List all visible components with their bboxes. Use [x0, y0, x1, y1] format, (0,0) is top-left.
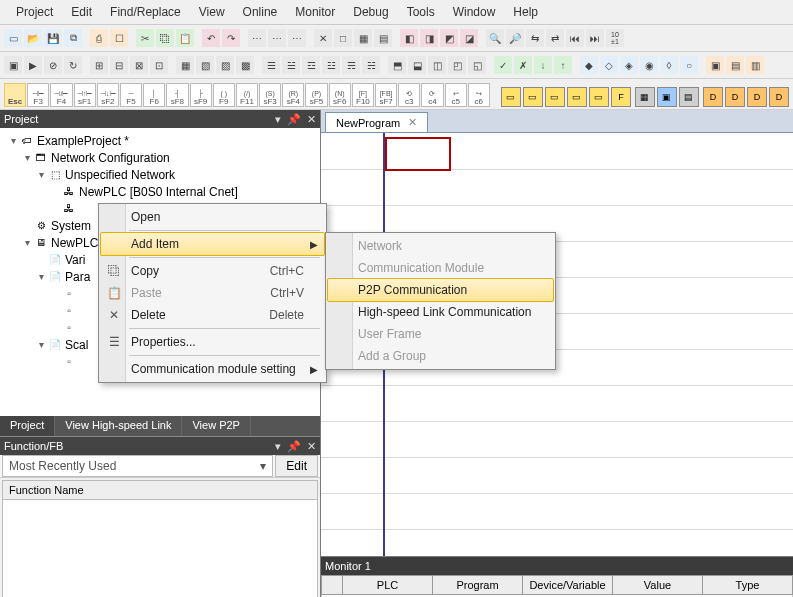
- menu-findreplace[interactable]: Find/Replace: [102, 3, 189, 21]
- fk-sf5[interactable]: (P)sF5: [305, 83, 327, 107]
- fk-c6[interactable]: ↪c6: [468, 83, 490, 107]
- ctx-comm-module-setting[interactable]: Communication module setting ▶: [101, 358, 324, 380]
- tree-root[interactable]: ▾🏷 ExampleProject *: [0, 132, 320, 149]
- fk-sf8[interactable]: ┤sF8: [166, 83, 188, 107]
- close-icon[interactable]: ✕: [408, 116, 417, 129]
- fk-sf2[interactable]: ⊣↓⊢sF2: [97, 83, 119, 107]
- view-btn[interactable]: ▦: [635, 87, 655, 107]
- ctx-add-user-frame[interactable]: User Frame: [328, 323, 553, 345]
- pin-icon[interactable]: 📌: [287, 113, 301, 126]
- tool-icon[interactable]: ☳: [322, 56, 340, 74]
- tool-icon[interactable]: ⬓: [408, 56, 426, 74]
- monitor-col-blank[interactable]: [321, 575, 343, 595]
- fk-c3[interactable]: ⟲c3: [398, 83, 420, 107]
- tool-icon[interactable]: 10±1: [606, 29, 624, 47]
- tool-icon[interactable]: ⋯: [268, 29, 286, 47]
- tool-icon[interactable]: ✓: [494, 56, 512, 74]
- preview-icon[interactable]: ☐: [110, 29, 128, 47]
- tool-icon[interactable]: ▦: [176, 56, 194, 74]
- tool-icon[interactable]: ☵: [362, 56, 380, 74]
- tool-icon[interactable]: ◊: [660, 56, 678, 74]
- ctx-delete[interactable]: ✕ Delete Delete: [101, 304, 324, 326]
- tool-icon[interactable]: ⏭: [586, 29, 604, 47]
- dropdown-icon[interactable]: ▾: [275, 113, 281, 126]
- ctx-add-p2p[interactable]: P2P Communication: [327, 278, 554, 302]
- fk-f11[interactable]: (/)F11: [236, 83, 258, 107]
- ctx-open[interactable]: Open: [101, 206, 324, 228]
- open-icon[interactable]: 📂: [24, 29, 42, 47]
- tree-unspecified-network[interactable]: ▾⬚ Unspecified Network: [0, 166, 320, 183]
- view-btn[interactable]: D: [747, 87, 767, 107]
- tool-icon[interactable]: ◈: [620, 56, 638, 74]
- fk-sf6[interactable]: (N)sF6: [329, 83, 351, 107]
- dropdown-icon[interactable]: ▾: [275, 440, 281, 453]
- tool-icon[interactable]: ▣: [706, 56, 724, 74]
- ctx-properties[interactable]: ☰ Properties...: [101, 331, 324, 353]
- paste-icon[interactable]: 📋: [176, 29, 194, 47]
- ctx-add-network[interactable]: Network: [328, 235, 553, 257]
- mru-dropdown[interactable]: Most Recently Used▾: [2, 455, 273, 477]
- tool-icon[interactable]: ⇄: [546, 29, 564, 47]
- menu-monitor[interactable]: Monitor: [287, 3, 343, 21]
- monitor-col-program[interactable]: Program: [433, 575, 523, 595]
- tool-icon[interactable]: ◆: [580, 56, 598, 74]
- view-btn[interactable]: ▭: [545, 87, 565, 107]
- cut-icon[interactable]: ✂: [136, 29, 154, 47]
- tool-icon[interactable]: ⏮: [566, 29, 584, 47]
- tool-icon[interactable]: ◧: [400, 29, 418, 47]
- menu-tools[interactable]: Tools: [399, 3, 443, 21]
- monitor-col-device[interactable]: Device/Variable: [523, 575, 613, 595]
- fk-sf9[interactable]: ├sF9: [190, 83, 212, 107]
- undo-icon[interactable]: ↶: [202, 29, 220, 47]
- tool-icon[interactable]: ▣: [4, 56, 22, 74]
- tool-icon[interactable]: □: [334, 29, 352, 47]
- tool-icon[interactable]: ◩: [440, 29, 458, 47]
- play-icon[interactable]: ▶: [24, 56, 42, 74]
- close-icon[interactable]: ✕: [307, 440, 316, 453]
- view-btn[interactable]: ▣: [657, 87, 677, 107]
- tool-icon[interactable]: ◉: [640, 56, 658, 74]
- monitor-col-value[interactable]: Value: [613, 575, 703, 595]
- tool-icon[interactable]: ◰: [448, 56, 466, 74]
- tool-icon[interactable]: ↓: [534, 56, 552, 74]
- ladder-cursor[interactable]: [385, 137, 451, 171]
- saveall-icon[interactable]: ⧉: [64, 29, 82, 47]
- tool-icon[interactable]: ✗: [514, 56, 532, 74]
- save-icon[interactable]: 💾: [44, 29, 62, 47]
- tool-icon[interactable]: ◱: [468, 56, 486, 74]
- menu-window[interactable]: Window: [445, 3, 504, 21]
- fk-f4[interactable]: ⊣/⊢F4: [50, 83, 72, 107]
- fk-c4[interactable]: ⟳c4: [421, 83, 443, 107]
- monitor-col-type[interactable]: Type: [703, 575, 793, 595]
- fk-f10[interactable]: [F]F10: [352, 83, 374, 107]
- tool-icon[interactable]: ⊟: [110, 56, 128, 74]
- view-btn[interactable]: ▤: [679, 87, 699, 107]
- menu-help[interactable]: Help: [505, 3, 546, 21]
- fk-f3[interactable]: ⊣⊢F3: [27, 83, 49, 107]
- view-btn[interactable]: ▭: [501, 87, 521, 107]
- monitor-col-plc[interactable]: PLC: [343, 575, 433, 595]
- tool-icon[interactable]: ☴: [342, 56, 360, 74]
- tool-icon[interactable]: ▥: [746, 56, 764, 74]
- print-icon[interactable]: ⎙: [90, 29, 108, 47]
- tool-icon[interactable]: ◫: [428, 56, 446, 74]
- tool-icon[interactable]: ⊞: [90, 56, 108, 74]
- tool-icon[interactable]: ⊠: [130, 56, 148, 74]
- pin-icon[interactable]: 📌: [287, 440, 301, 453]
- tool-icon[interactable]: ☲: [302, 56, 320, 74]
- fk-sf7[interactable]: [FB]sF7: [375, 83, 397, 107]
- tool-icon[interactable]: ✕: [314, 29, 332, 47]
- tool-icon[interactable]: ▩: [236, 56, 254, 74]
- tool-icon[interactable]: ⋯: [248, 29, 266, 47]
- tool-icon[interactable]: ⬒: [388, 56, 406, 74]
- tree-newplc-cnet[interactable]: 🖧 NewPLC [B0S0 Internal Cnet]: [0, 183, 320, 200]
- find-icon[interactable]: 🔎: [506, 29, 524, 47]
- ctx-add-hslink[interactable]: High-speed Link Communication: [328, 301, 553, 323]
- fk-f5[interactable]: ─F5: [120, 83, 142, 107]
- function-list-header[interactable]: Function Name: [2, 480, 318, 500]
- fk-sf3[interactable]: (S)sF3: [259, 83, 281, 107]
- tool-icon[interactable]: ▦: [354, 29, 372, 47]
- menu-project[interactable]: Project: [8, 3, 61, 21]
- tool-icon[interactable]: ○: [680, 56, 698, 74]
- menu-online[interactable]: Online: [235, 3, 286, 21]
